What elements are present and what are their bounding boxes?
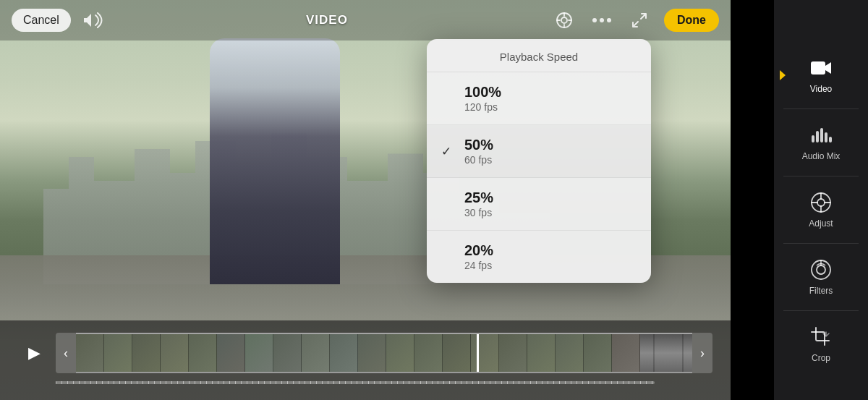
film-frame <box>76 334 104 372</box>
playhead <box>477 333 479 373</box>
speed-fps-100: 120 fps <box>464 101 501 113</box>
svg-point-22 <box>817 265 825 274</box>
person-subject <box>210 38 340 284</box>
timeline-wrapper: ‹ <box>56 333 712 373</box>
scrubber-ticks <box>56 381 655 384</box>
sidebar-label-crop: Crop <box>812 353 830 363</box>
film-frame <box>386 334 414 372</box>
sidebar-divider-3 <box>783 243 859 244</box>
scrubber-row <box>18 375 712 390</box>
film-frame <box>217 334 245 372</box>
sidebar-label-filters: Filters <box>809 286 833 296</box>
speed-percent-25: 25% <box>464 190 493 205</box>
speed-checkmark-50: ✓ <box>441 144 456 159</box>
crop-icon <box>809 325 833 349</box>
more-options-icon[interactable] <box>589 7 615 33</box>
svg-rect-11 <box>816 131 819 142</box>
svg-point-7 <box>600 18 604 22</box>
scrubber-bar[interactable] <box>56 381 655 384</box>
speed-fps-50: 60 fps <box>464 154 493 166</box>
filmstrip[interactable] <box>76 333 692 373</box>
film-frame <box>273 334 302 372</box>
sidebar-divider-4 <box>783 310 859 311</box>
adjust-icon <box>809 191 833 214</box>
playback-speed-dropdown: Playback Speed 100% 120 fps ✓ 50% 60 fps… <box>427 39 651 283</box>
top-toolbar: Cancel VIDEO <box>0 0 731 41</box>
speed-option-50[interactable]: ✓ 50% 60 fps <box>427 125 651 178</box>
film-frame <box>104 334 132 372</box>
film-frame <box>612 334 640 372</box>
timeline-row: ▶ ‹ <box>18 331 712 375</box>
sidebar-item-video[interactable]: Video <box>774 43 868 107</box>
sidebar-item-filters[interactable]: Filters <box>774 245 868 309</box>
film-frame <box>414 334 443 372</box>
svg-rect-13 <box>825 132 827 142</box>
sidebar-label-adjust: Adjust <box>809 218 833 229</box>
done-button[interactable]: Done <box>664 9 719 32</box>
timeline-nav-right[interactable]: › <box>692 333 712 373</box>
sidebar-label-audio-mix: Audio Mix <box>802 151 841 161</box>
film-frame <box>443 334 471 372</box>
top-bar-right: Done <box>551 7 719 33</box>
svg-rect-12 <box>820 128 823 142</box>
film-frame <box>358 334 386 372</box>
speed-option-25[interactable]: 25% 30 fps <box>427 178 651 231</box>
film-frame <box>584 334 612 372</box>
top-bar-left: Cancel <box>12 9 103 32</box>
fullscreen-icon[interactable] <box>626 7 652 33</box>
sidebar-item-adjust[interactable]: Adjust <box>774 178 868 242</box>
svg-point-1 <box>561 17 567 23</box>
sidebar-item-audio-mix[interactable]: Audio Mix <box>774 111 868 174</box>
playback-speed-header: Playback Speed <box>427 39 651 72</box>
speed-info-25: 25% 30 fps <box>464 190 493 218</box>
speed-percent-50: 50% <box>464 137 493 153</box>
sidebar-label-video: Video <box>810 84 832 94</box>
film-frame <box>330 334 358 372</box>
film-frame <box>499 334 527 372</box>
speed-info-50: 50% 60 fps <box>464 137 493 166</box>
svg-point-16 <box>817 199 825 206</box>
play-button[interactable]: ▶ <box>18 337 50 369</box>
filmstrip-inner <box>76 334 692 372</box>
film-frame <box>556 334 584 372</box>
settings-icon[interactable] <box>551 7 577 33</box>
speed-option-20[interactable]: 20% 24 fps <box>427 231 651 283</box>
bottom-controls: ▶ ‹ <box>0 320 731 400</box>
volume-icon[interactable] <box>82 12 103 28</box>
speed-info-100: 100% 120 fps <box>464 84 501 113</box>
speed-fps-25: 30 fps <box>464 207 493 218</box>
filters-icon <box>809 258 833 281</box>
film-frame <box>302 334 330 372</box>
audio-mix-icon <box>809 124 833 147</box>
film-frame <box>132 334 161 372</box>
timeline-nav-left[interactable]: ‹ <box>56 333 76 373</box>
film-frame <box>189 334 217 372</box>
svg-rect-9 <box>811 61 825 75</box>
video-icon <box>809 56 833 80</box>
film-frame <box>527 334 556 372</box>
right-sidebar: Video Audio Mix A <box>774 0 868 400</box>
sidebar-item-crop[interactable]: Crop <box>774 312 868 376</box>
speed-percent-20: 20% <box>464 242 493 258</box>
speed-fps-20: 24 fps <box>464 260 493 271</box>
speed-percent-100: 100% <box>464 84 501 100</box>
svg-rect-10 <box>812 135 814 142</box>
video-title: VIDEO <box>306 13 348 27</box>
film-frame <box>471 334 499 372</box>
speed-info-20: 20% 24 fps <box>464 242 493 271</box>
sidebar-divider-1 <box>783 108 859 109</box>
svg-point-6 <box>592 18 597 22</box>
svg-rect-14 <box>829 137 832 142</box>
film-frame <box>245 334 273 372</box>
speed-option-100[interactable]: 100% 120 fps <box>427 72 651 125</box>
film-frame <box>161 334 189 372</box>
svg-point-8 <box>607 18 611 22</box>
sidebar-divider-2 <box>783 176 859 176</box>
cancel-button[interactable]: Cancel <box>12 9 71 32</box>
